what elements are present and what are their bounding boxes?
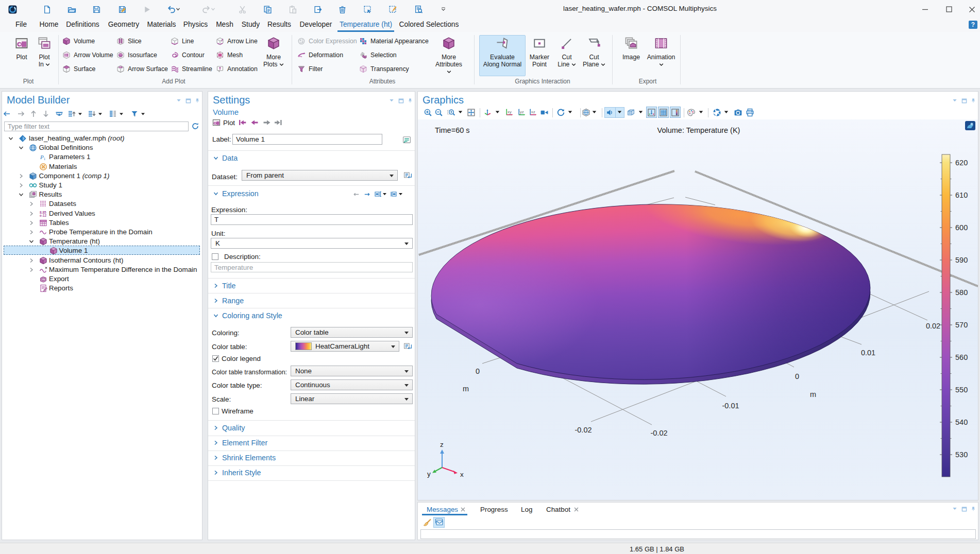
go-to-default-view-button[interactable] bbox=[483, 108, 492, 117]
panel-menu-icon[interactable] bbox=[388, 98, 395, 103]
tree-item-parameters-1[interactable]: PiParameters 1 bbox=[2, 152, 200, 162]
show-button[interactable] bbox=[55, 109, 63, 119]
add-arrow-surface-button[interactable]: Arrow Surface bbox=[116, 63, 168, 75]
marker-point-button[interactable]: MarkerPoint bbox=[527, 36, 552, 68]
tab-results[interactable]: Results bbox=[265, 19, 294, 32]
color-table-combo[interactable]: HeatCameraLight bbox=[291, 341, 399, 352]
export-animation-button[interactable]: Animation bbox=[647, 36, 675, 68]
tab-materials[interactable]: Materials bbox=[144, 19, 179, 32]
expression-prev-button[interactable] bbox=[352, 191, 360, 198]
tab-colored-selections[interactable]: Colored Selections bbox=[397, 19, 461, 32]
model-tree-nodes-caret[interactable] bbox=[119, 109, 124, 119]
range-section-caret[interactable] bbox=[213, 298, 218, 303]
collapse-button[interactable] bbox=[67, 109, 76, 119]
data-section-caret[interactable] bbox=[213, 155, 218, 161]
zoom-in-button[interactable] bbox=[423, 108, 432, 117]
plot-first-button[interactable] bbox=[238, 118, 246, 129]
go-to-default-view-caret[interactable] bbox=[495, 108, 500, 117]
inherit-style-section-caret[interactable] bbox=[213, 470, 218, 475]
plot-next-button[interactable] bbox=[263, 118, 271, 129]
show-color-legend-button[interactable] bbox=[670, 108, 680, 117]
panel-pin-icon[interactable] bbox=[195, 98, 200, 103]
add-line-button[interactable]: Line bbox=[170, 36, 194, 47]
collapsed-caret-icon[interactable] bbox=[29, 258, 34, 263]
view-xz-button[interactable]: xz bbox=[528, 108, 537, 117]
tree-item-probe-temperature-in-the-domain[interactable]: Probe Temperature in the Domain bbox=[2, 228, 200, 237]
tab-mesh[interactable]: Mesh bbox=[213, 19, 236, 32]
view-yz-button[interactable]: yz bbox=[517, 108, 526, 117]
insert-expression-button[interactable] bbox=[374, 190, 387, 198]
range-section-header[interactable]: Range bbox=[222, 297, 244, 305]
sound-caret[interactable] bbox=[617, 108, 622, 117]
rotate-caret[interactable] bbox=[567, 108, 572, 117]
tree-filter-input[interactable]: Type filter text bbox=[4, 122, 189, 131]
redo-dropdown-caret[interactable] bbox=[209, 3, 216, 16]
collapsed-caret-icon[interactable] bbox=[19, 174, 24, 179]
maximize-button[interactable] bbox=[943, 4, 955, 15]
expression-input[interactable]: T bbox=[211, 214, 413, 225]
new-file-button[interactable] bbox=[39, 3, 55, 16]
color-table-settings-button[interactable] bbox=[402, 341, 413, 351]
collapsed-caret-icon[interactable] bbox=[29, 267, 34, 272]
color-theme-caret[interactable] bbox=[698, 108, 703, 117]
tree-item-reports[interactable]: Reports bbox=[2, 284, 200, 293]
add-surface-button[interactable]: Surface bbox=[62, 63, 95, 75]
move-up-button[interactable] bbox=[29, 109, 38, 119]
save-as-button[interactable] bbox=[114, 3, 130, 16]
tab-physics[interactable]: Physics bbox=[181, 19, 210, 32]
camera-view-button[interactable] bbox=[539, 108, 549, 117]
paste-button[interactable] bbox=[285, 3, 300, 16]
plot-canvas[interactable]: Time=60 sVolume: Temperature (K)0m-0.02-… bbox=[418, 119, 978, 500]
quality-section-header[interactable]: Quality bbox=[222, 424, 245, 432]
more-plots-button[interactable]: MorePlots bbox=[259, 36, 288, 68]
element-filter-section-header[interactable]: Element Filter bbox=[222, 439, 267, 447]
add-arrow-volume-button[interactable]: Arrow Volume bbox=[62, 49, 113, 61]
title-section-caret[interactable] bbox=[213, 283, 218, 288]
add-volume-button[interactable]: Volume bbox=[62, 36, 95, 47]
tree-item-maximum-temperature-difference-in-the-domain[interactable]: Maximum Temperature Difference in the Do… bbox=[2, 265, 200, 274]
duplicate-button[interactable] bbox=[310, 3, 326, 16]
zoom-box-button[interactable] bbox=[446, 108, 455, 117]
tree-item-derived-values[interactable]: 8.85e-12Derived Values bbox=[2, 209, 200, 218]
attr-filter-button[interactable]: Filter bbox=[297, 63, 323, 75]
scene-settings-caret[interactable] bbox=[723, 108, 729, 117]
tab-progress[interactable]: Progress bbox=[480, 506, 508, 513]
coloring-section-header[interactable]: Coloring and Style bbox=[222, 311, 282, 320]
tree-item-results[interactable]: Results bbox=[2, 190, 200, 199]
show-plot-tools-button[interactable] bbox=[647, 108, 656, 117]
tree-item-volume-1[interactable]: Volume 1 bbox=[2, 246, 200, 255]
color-table-transformation-combo[interactable]: None bbox=[291, 366, 413, 376]
preview-button[interactable] bbox=[411, 3, 426, 16]
tab-home[interactable]: Home bbox=[36, 19, 62, 32]
copy-button[interactable] bbox=[260, 3, 275, 16]
scene-light-button[interactable] bbox=[581, 108, 590, 117]
zoom-box-caret[interactable] bbox=[458, 108, 463, 117]
expand-button[interactable] bbox=[88, 109, 96, 119]
environment-button[interactable] bbox=[626, 108, 635, 117]
coloring-section-caret[interactable] bbox=[213, 313, 218, 318]
color-legend-checkbox[interactable] bbox=[212, 355, 219, 362]
dataset-combo[interactable]: From parent bbox=[242, 170, 398, 181]
coloring-combo[interactable]: Color table bbox=[291, 327, 413, 338]
collapsed-caret-icon[interactable] bbox=[29, 201, 34, 206]
add-arrow-line-button[interactable]: Arrow Line bbox=[215, 36, 258, 47]
attr-color-expression-button[interactable]: Color Expression bbox=[297, 36, 357, 47]
tab-geometry[interactable]: Geometry bbox=[105, 19, 142, 32]
collapsed-caret-icon[interactable] bbox=[19, 183, 24, 188]
plot-last-button[interactable] bbox=[274, 118, 282, 129]
move-down-button[interactable] bbox=[42, 109, 50, 119]
tree-item-isothermal-contours-ht-[interactable]: Isothermal Contours (ht) bbox=[2, 256, 200, 265]
model-tree-nodes-button[interactable] bbox=[109, 109, 117, 119]
refresh-filter-button[interactable] bbox=[191, 122, 199, 132]
snapshot-button[interactable] bbox=[733, 108, 742, 117]
tree-item-datasets[interactable]: Datasets bbox=[2, 199, 200, 209]
tab-messages[interactable]: Messages bbox=[427, 506, 458, 513]
expand-caret[interactable] bbox=[98, 109, 103, 119]
filter-tree-caret[interactable] bbox=[141, 109, 145, 119]
wireframe-checkbox[interactable] bbox=[212, 408, 219, 414]
panel-menu-icon[interactable] bbox=[952, 507, 958, 511]
replace-expression-button[interactable] bbox=[390, 190, 403, 198]
sound-button[interactable] bbox=[605, 108, 615, 117]
description-checkbox[interactable] bbox=[212, 253, 218, 260]
scale-combo[interactable]: Linear bbox=[291, 393, 413, 404]
